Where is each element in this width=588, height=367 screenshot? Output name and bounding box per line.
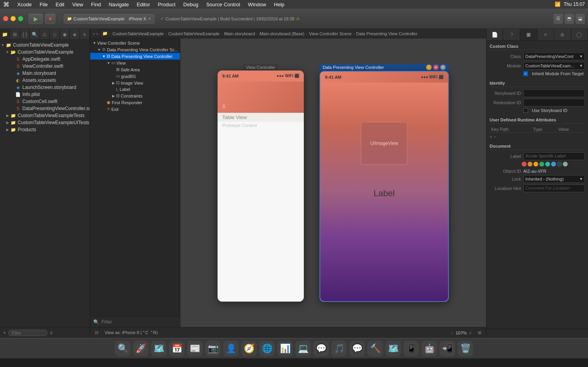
stop-button[interactable]: ■: [45, 14, 55, 24]
menu-navigate[interactable]: Navigate: [107, 2, 130, 7]
outline-exit[interactable]: ✕ Exit: [90, 106, 180, 112]
add-runtime-attr-button[interactable]: + −: [490, 134, 585, 139]
scheme-selector[interactable]: 📁 CustomTableViewExample | iPhone X ▼: [64, 14, 155, 24]
inspector-tab-identity[interactable]: ⊞: [520, 29, 537, 40]
outline-label[interactable]: L Label: [90, 86, 180, 92]
file-launchscreen[interactable]: ◈ LaunchScreen.storyboard: [0, 84, 90, 91]
color-swatch-green[interactable]: [539, 162, 544, 166]
menu-xcode[interactable]: Xcode: [16, 2, 33, 7]
dock-simulator[interactable]: 📲: [439, 341, 455, 356]
settings-button[interactable]: ⊟: [440, 65, 446, 70]
use-storyboard-checkbox[interactable]: [523, 108, 528, 113]
dock-launchpad[interactable]: 🚀: [133, 341, 149, 356]
run-button[interactable]: ▶: [29, 14, 43, 24]
outline-view[interactable]: ▼ ▭ View: [90, 60, 180, 66]
menu-file[interactable]: File: [38, 2, 49, 7]
dock-slack[interactable]: 💬: [313, 341, 329, 356]
color-swatch-darkblue[interactable]: [557, 162, 562, 166]
breadcrumb-item-1[interactable]: CustomTableViewExample: [113, 31, 164, 36]
close-button[interactable]: [3, 16, 8, 21]
maximize-button[interactable]: [18, 16, 23, 21]
minimize-button[interactable]: [11, 16, 16, 21]
menu-editor[interactable]: Editor: [135, 2, 152, 7]
menu-edit[interactable]: Edit: [54, 2, 66, 7]
dock-whatsapp[interactable]: 📱: [403, 341, 419, 356]
file-customcell[interactable]: S CustomCell.swift: [0, 98, 90, 105]
inspector-tab-file[interactable]: 📄: [486, 29, 503, 40]
nav-tab-report[interactable]: ≡: [80, 29, 90, 40]
inspector-tab-attributes[interactable]: ≡: [537, 29, 554, 40]
nav-tab-debug[interactable]: ◉: [60, 29, 70, 40]
menu-debug[interactable]: Debug: [182, 2, 200, 7]
dock-messages[interactable]: 💬: [349, 341, 365, 356]
canvas-view-toggle[interactable]: ⊟: [95, 330, 98, 335]
inspector-toggle[interactable]: ⬓: [575, 14, 585, 24]
dock-terminal[interactable]: 💻: [295, 341, 311, 356]
dock-xcode[interactable]: 🔨: [367, 341, 383, 356]
nav-tab-issue[interactable]: ⚠: [40, 29, 50, 40]
breadcrumb-item-0[interactable]: 📁: [102, 31, 108, 36]
group-tests[interactable]: ▶ 📁 CustomTableViewExampleTests: [0, 112, 90, 119]
group-uitests[interactable]: ▶ 📁 CustomTableViewExampleUITests: [0, 119, 90, 126]
breadcrumb-item-2[interactable]: CustomTableViewExample: [168, 31, 220, 36]
error-button[interactable]: ✕: [433, 65, 439, 70]
outline-dpvc-scene[interactable]: ▼ ⚙ Data Presenting View Controller Sc..…: [90, 46, 180, 53]
dock-music[interactable]: 🎵: [331, 341, 347, 356]
inspector-tab-quickhelp[interactable]: ?: [503, 29, 520, 40]
nav-tab-project[interactable]: 📁: [0, 29, 10, 40]
inspector-tab-connections[interactable]: ◯: [571, 29, 588, 40]
restoration-id-field[interactable]: [523, 99, 585, 107]
navigator-toggle[interactable]: ☰: [554, 14, 563, 24]
menu-help[interactable]: Help: [272, 2, 286, 7]
color-swatch-gray[interactable]: [563, 162, 568, 166]
nav-tab-source-control[interactable]: ⊞: [10, 29, 20, 40]
menu-find[interactable]: Find: [89, 2, 102, 7]
canvas-options-icon[interactable]: ⊞: [478, 330, 481, 335]
dock-android-studio[interactable]: 🤖: [421, 341, 437, 356]
doc-label-field[interactable]: Xcode Specific Label: [523, 152, 585, 160]
dock-maps2[interactable]: 🗺️: [385, 341, 401, 356]
file-viewcontroller[interactable]: S ViewController.swift: [0, 63, 90, 70]
dock-slides[interactable]: 📊: [277, 341, 293, 356]
file-datapresenting[interactable]: S DataPresentingViewController.swift: [0, 105, 90, 112]
canvas-area[interactable]: View Controller 9:41 AM ●●● WiFi ⬛ s: [180, 38, 486, 327]
color-swatch-orange[interactable]: [528, 162, 532, 166]
breadcrumb-forward-button[interactable]: ›: [96, 31, 98, 36]
nav-tab-symbol[interactable]: { }: [20, 29, 30, 40]
dock-calendar[interactable]: 📅: [169, 341, 185, 356]
color-swatch-red[interactable]: [522, 162, 526, 166]
outline-dpvc[interactable]: ▼ ⊟ Data Presenting View Controller: [90, 53, 180, 60]
debug-toggle[interactable]: ⬒: [564, 14, 574, 24]
inspector-tab-size[interactable]: ⊕: [554, 29, 571, 40]
outline-constraints[interactable]: ▶ ⊟ Constraints: [90, 92, 180, 99]
zoom-out-button[interactable]: −: [451, 331, 453, 335]
dock-safari[interactable]: 🧭: [241, 341, 257, 356]
color-swatch-teal[interactable]: [545, 162, 550, 166]
menu-product[interactable]: Product: [156, 2, 177, 7]
group-products[interactable]: ▶ 📁 Products: [0, 126, 90, 133]
filter-input[interactable]: [8, 330, 47, 336]
dock-finder[interactable]: 🔍: [115, 341, 131, 356]
breadcrumb-item-4[interactable]: Main.storyboard (Base): [260, 31, 304, 36]
project-root[interactable]: ▼ 📁 CustomTableViewExample: [0, 42, 90, 49]
color-swatch-blue[interactable]: [551, 162, 556, 166]
file-mainstoryboard[interactable]: ◈ Main.storyboard: [0, 70, 90, 77]
zoom-in-button[interactable]: +: [469, 331, 472, 335]
class-dropdown[interactable]: DataPresentingViewCont ▼: [523, 52, 585, 60]
outline-first-responder[interactable]: ◉ First Responder: [90, 99, 180, 106]
menu-source-control[interactable]: Source Control: [205, 2, 242, 7]
color-swatch-yellow[interactable]: [534, 162, 538, 166]
filter-options-icon[interactable]: ≡: [50, 330, 53, 336]
inherit-checkbox[interactable]: ✓: [523, 71, 528, 76]
module-dropdown[interactable]: CustomTableViewExam... ▼: [523, 62, 585, 70]
outline-safe-area[interactable]: ⊞ Safe Area: [90, 66, 180, 73]
localizer-hint-field[interactable]: Comment For Localizer: [523, 184, 585, 192]
menu-window[interactable]: Window: [247, 2, 268, 7]
storyboard-id-field[interactable]: [523, 89, 585, 97]
dock-photos[interactable]: 📷: [205, 341, 221, 356]
dock-trash[interactable]: 🗑️: [457, 341, 473, 356]
nav-tab-test[interactable]: ◇: [50, 29, 60, 40]
outline-gradbg[interactable]: ▭ gradBG: [90, 73, 180, 80]
breadcrumb-item-6[interactable]: Data Presenting View Controller: [356, 31, 417, 36]
outline-scene-header[interactable]: ▼ View Controller Scene: [90, 40, 180, 46]
